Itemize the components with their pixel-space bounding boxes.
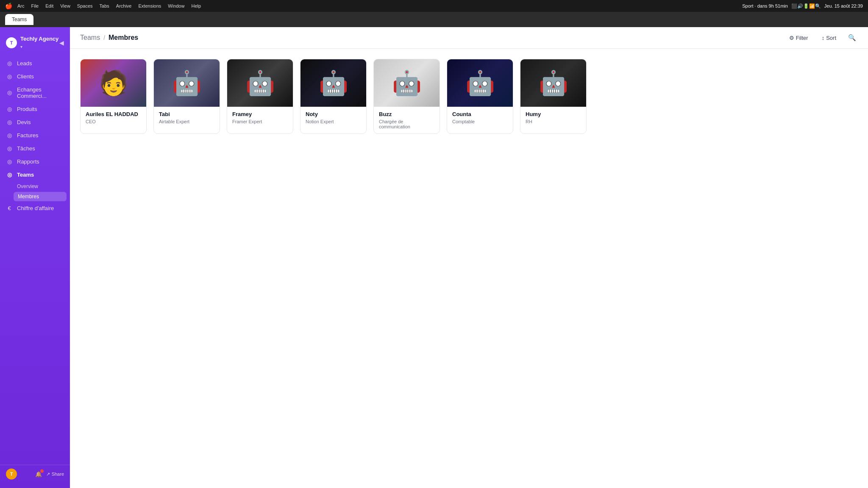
sidebar-item-taches[interactable]: ◎ Tâches xyxy=(0,142,70,155)
sidebar-sub-membres-label: Membres xyxy=(18,194,39,200)
member-card-body-counta: Counta Comptable xyxy=(447,107,513,128)
user-avatar[interactable]: T xyxy=(6,469,17,480)
sidebar-item-teams[interactable]: ◎ Teams xyxy=(0,168,70,181)
sidebar-sub-overview[interactable]: Overview xyxy=(0,181,70,191)
breadcrumb-separator: / xyxy=(103,34,105,41)
member-name-buzz: Buzz xyxy=(379,111,434,117)
collapse-icon[interactable]: ◀ xyxy=(59,39,64,46)
menu-extensions[interactable]: Extensions xyxy=(136,3,164,9)
member-card-framey[interactable]: 🤖 Framey Framer Expert xyxy=(227,59,293,134)
member-card-tabi[interactable]: 🤖 Tabi Airtable Expert xyxy=(153,59,220,134)
sidebar-nav: ◎ Leads ◎ Clients ◎ Echanges Commerci...… xyxy=(0,57,70,461)
teams-icon: ◎ xyxy=(6,172,13,178)
tabs-bar: Teams xyxy=(0,12,868,27)
member-card-humy[interactable]: 🤖 Humy RH xyxy=(520,59,587,134)
member-role-auriles: CEO xyxy=(86,119,141,124)
menu-edit[interactable]: Edit xyxy=(43,3,56,9)
member-role-noty: Notion Expert xyxy=(306,119,361,124)
menu-arc[interactable]: Arc xyxy=(15,3,27,9)
sidebar-item-echanges-label: Echanges Commerci... xyxy=(17,86,64,99)
sidebar-item-factures[interactable]: ◎ Factures xyxy=(0,129,70,142)
sidebar-item-rapports[interactable]: ◎ Rapports xyxy=(0,155,70,168)
member-card-buzz[interactable]: 🤖 Buzz Chargée de communication xyxy=(373,59,440,134)
sidebar-item-echanges[interactable]: ◎ Echanges Commerci... xyxy=(0,83,70,103)
filter-button[interactable]: ⚙ Filter xyxy=(786,33,812,43)
member-name-noty: Noty xyxy=(306,111,361,117)
menu-help[interactable]: Help xyxy=(189,3,203,9)
menu-tabs[interactable]: Tabs xyxy=(97,3,112,9)
sort-icon: ↕ xyxy=(822,35,825,41)
member-card-auriles[interactable]: 🧑 Auriles EL HADDAD CEO xyxy=(80,59,147,134)
taches-icon: ◎ xyxy=(6,145,13,152)
member-role-buzz: Chargée de communication xyxy=(379,119,434,129)
sort-button[interactable]: ↕ Sort xyxy=(818,33,840,43)
org-avatar: T xyxy=(6,37,17,48)
member-role-humy: RH xyxy=(526,119,581,124)
sidebar-item-produits[interactable]: ◎ Produits xyxy=(0,103,70,116)
member-name-auriles: Auriles EL HADDAD xyxy=(86,111,141,117)
member-card-body-humy: Humy RH xyxy=(520,107,586,128)
status-sport: Sport · dans 9h 51min xyxy=(742,3,788,8)
member-image-buzz: 🤖 xyxy=(374,59,440,107)
sidebar: T Techly Agency ▾ ◀ ◎ Leads ◎ Clients ◎ … xyxy=(0,27,70,488)
member-image-humy: 🤖 xyxy=(520,59,586,107)
apple-menu[interactable]: 🍎 xyxy=(5,3,12,9)
footer-actions: 🔔 ↗ Share xyxy=(35,471,64,477)
active-tab[interactable]: Teams xyxy=(5,14,33,25)
member-card-body-noty: Noty Notion Expert xyxy=(300,107,366,128)
menu-window[interactable]: Window xyxy=(165,3,187,9)
menu-bar: Arc File Edit View Spaces Tabs Archive E… xyxy=(15,3,203,9)
member-role-framey: Framer Expert xyxy=(232,119,288,124)
menu-view[interactable]: View xyxy=(58,3,73,9)
member-card-noty[interactable]: 🤖 Noty Notion Expert xyxy=(300,59,367,134)
org-selector[interactable]: T Techly Agency ▾ xyxy=(6,36,58,50)
sort-label: Sort xyxy=(826,35,836,41)
sidebar-item-devis-label: Devis xyxy=(17,119,31,125)
menu-file[interactable]: File xyxy=(29,3,42,9)
filter-icon: ⚙ xyxy=(789,35,794,41)
menu-archive[interactable]: Archive xyxy=(114,3,134,9)
notifications-icon[interactable]: 🔔 xyxy=(35,471,42,477)
member-card-body-tabi: Tabi Airtable Expert xyxy=(154,107,220,128)
member-card-body-buzz: Buzz Chargée de communication xyxy=(374,107,440,133)
member-name-framey: Framey xyxy=(232,111,288,117)
org-chevron-icon: ▾ xyxy=(20,44,22,49)
member-name-counta: Counta xyxy=(452,111,508,117)
sidebar-item-chiffre-label: Chiffre d'affaire xyxy=(17,205,54,211)
share-icon: ↗ xyxy=(46,471,50,477)
leads-icon: ◎ xyxy=(6,60,13,67)
member-name-humy: Humy xyxy=(526,111,581,117)
member-role-tabi: Airtable Expert xyxy=(159,119,214,124)
member-name-tabi: Tabi xyxy=(159,111,214,117)
search-button[interactable]: 🔍 xyxy=(846,32,858,43)
rapports-icon: ◎ xyxy=(6,158,13,165)
sidebar-item-clients-label: Clients xyxy=(17,73,34,80)
breadcrumb-parent[interactable]: Teams xyxy=(80,34,100,42)
member-role-counta: Comptable xyxy=(452,119,508,124)
share-button[interactable]: ↗ Share xyxy=(46,471,64,477)
sidebar-item-clients[interactable]: ◎ Clients xyxy=(0,70,70,83)
member-card-counta[interactable]: 🤖 Counta Comptable xyxy=(447,59,513,134)
chiffre-icon: € xyxy=(6,205,13,211)
factures-icon: ◎ xyxy=(6,132,13,139)
content-header: Teams / Membres ⚙ Filter ↕ Sort 🔍 xyxy=(70,27,868,49)
produits-icon: ◎ xyxy=(6,106,13,112)
devis-icon: ◎ xyxy=(6,119,13,125)
search-icon: 🔍 xyxy=(848,34,856,41)
menu-spaces[interactable]: Spaces xyxy=(75,3,95,9)
sidebar-sub-overview-label: Overview xyxy=(17,183,38,189)
echanges-icon: ◎ xyxy=(6,89,13,96)
members-grid: 🧑 Auriles EL HADDAD CEO 🤖 Tabi Airtable … xyxy=(70,49,868,488)
sidebar-header: T Techly Agency ▾ ◀ xyxy=(0,32,70,57)
sidebar-item-chiffre[interactable]: € Chiffre d'affaire xyxy=(0,202,70,215)
titlebar: 🍎 Arc File Edit View Spaces Tabs Archive… xyxy=(0,0,868,12)
sidebar-sub-membres[interactable]: Membres xyxy=(14,192,67,201)
filter-label: Filter xyxy=(796,35,808,41)
member-image-counta: 🤖 xyxy=(447,59,513,107)
member-card-body-auriles: Auriles EL HADDAD CEO xyxy=(81,107,146,128)
sidebar-item-produits-label: Produits xyxy=(17,106,37,112)
sidebar-footer: T 🔔 ↗ Share xyxy=(0,465,70,483)
sidebar-item-devis[interactable]: ◎ Devis xyxy=(0,116,70,129)
breadcrumb: Teams / Membres xyxy=(80,34,138,42)
sidebar-item-leads[interactable]: ◎ Leads xyxy=(0,57,70,70)
